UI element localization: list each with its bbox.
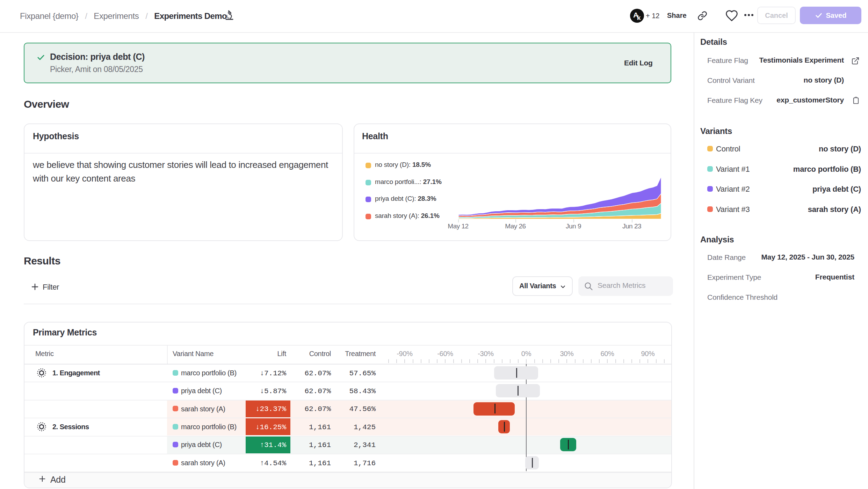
svg-text:k: k — [637, 14, 641, 21]
